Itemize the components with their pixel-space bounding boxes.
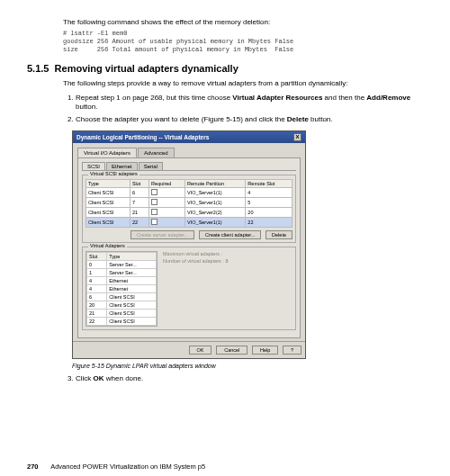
code-line: size 256 Total amount of physical memory… [63,46,293,53]
list-item[interactable]: 4Ethernet [87,284,157,292]
table-row[interactable]: Client SCSI 6 VIO_Server1(1) 4 [86,187,292,197]
max-adapters-label: Maximum virtual adapters : [163,251,228,258]
figure-caption: Figure 5-15 Dynamic LPAR virtual adapter… [72,363,423,369]
table-header-row: Type Slot Required Remote Partition Remo… [86,179,292,187]
page-number: 270 [27,463,39,471]
list-item[interactable]: 20Client SCSI [87,301,157,309]
va-list-table[interactable]: SlotType 0Server Ser... 1Server Ser... 4… [86,251,158,327]
intro-paragraph: The following steps provide a way to rem… [63,79,423,88]
table-row-selected[interactable]: Client SCSI 22 VIO_Server1(1) 22 [86,217,292,227]
page-footer: 270 Advanced POWER Virtualization on IBM… [27,463,205,471]
tab-advanced[interactable]: Advanced [138,148,175,157]
list-item[interactable]: 22Client SCSI [87,317,157,325]
book-title: Advanced POWER Virtualization on IBM Sys… [50,463,205,471]
steps-list: Repeat step 1 on page 268, but this time… [76,94,423,125]
va-meta: Maximum virtual adapters : Number of vir… [163,251,228,327]
main-tabs: Virtual I/O Adapters Advanced [77,148,301,158]
checkbox-icon[interactable] [151,219,158,225]
create-server-adapter-button[interactable]: Create server adapter... [130,230,195,239]
titlebar: Dynamic Logical Partitioning -- Virtual … [73,131,305,143]
steps-list-continued: Click OK when done. [76,374,423,383]
virtual-adapters-group: Virtual Adapters SlotType 0Server Ser...… [82,247,296,330]
help-button[interactable]: Help [252,346,278,355]
group-title-va: Virtual Adapters [88,243,127,248]
sub-tabs: SCSI Ethernet Serial [82,162,296,171]
list-item[interactable]: 6Client SCSI [87,292,157,301]
list-item[interactable]: 0Server Ser... [87,260,157,268]
scsi-adapters-group: Virtual SCSI adapters Type Slot Required… [82,175,296,243]
group-title-scsi: Virtual SCSI adapters [88,171,140,176]
cancel-button[interactable]: Cancel [216,346,248,355]
subtab-serial[interactable]: Serial [139,162,163,170]
checkbox-icon[interactable] [151,199,158,205]
step-1: Repeat step 1 on page 268, but this time… [76,94,423,112]
list-item[interactable]: 1Server Ser... [87,268,157,276]
help-question-button[interactable]: ? [283,346,302,355]
dialog-title: Dynamic Logical Partitioning -- Virtual … [76,134,209,140]
dlpar-dialog: Dynamic Logical Partitioning -- Virtual … [72,130,306,359]
close-icon[interactable]: X [293,133,302,141]
ok-button[interactable]: OK [189,346,212,355]
step-3: Click OK when done. [76,374,423,383]
create-client-adapter-button[interactable]: Create client adapter... [199,230,261,239]
code-block: # lsattr -El mem0 goodsize 256 Amount of… [63,30,423,54]
step-2: Choose the adapter you want to delete (F… [76,115,423,124]
table-row[interactable]: Client SCSI 21 VIO_Server2(2) 20 [86,207,292,217]
code-line: goodsize 256 Amount of usable physical m… [63,38,293,45]
list-item[interactable]: 4Ethernet [87,276,157,284]
dialog-footer-buttons: OK Cancel Help ? [73,341,305,358]
intro-text: The following command shows the effect o… [63,18,423,26]
checkbox-icon[interactable] [151,209,158,215]
subtab-ethernet[interactable]: Ethernet [106,162,138,170]
tab-virtual-io[interactable]: Virtual I/O Adapters [77,148,137,157]
section-heading: 5.1.5 Removing virtual adapters dynamica… [27,63,423,74]
section-title: Removing virtual adapters dynamically [55,63,238,74]
section-number: 5.1.5 [27,63,49,74]
checkbox-icon[interactable] [151,189,158,195]
num-adapters-label: Number of virtual adapters : 8 [163,258,228,265]
table-row[interactable]: Client SCSI 7 VIO_Server1(1) 5 [86,197,292,207]
scsi-adapters-table[interactable]: Type Slot Required Remote Partition Remo… [86,179,292,228]
code-line: # lsattr -El mem0 [63,30,127,37]
list-item[interactable]: 21Client SCSI [87,309,157,317]
delete-button[interactable]: Delete [266,230,292,239]
subtab-scsi[interactable]: SCSI [82,162,105,170]
